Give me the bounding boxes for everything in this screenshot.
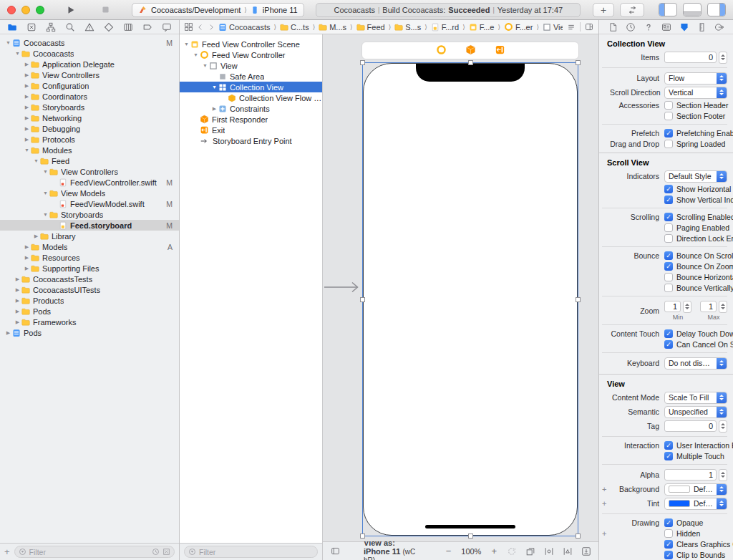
outline-row-collection-view-flow-layout[interactable]: Collection View Flow Layout	[180, 92, 322, 103]
nav-row-debugging[interactable]: ▶Debugging	[0, 123, 179, 134]
outline-row-feed-view-controller-scene[interactable]: ▼Feed View Controller Scene	[180, 39, 322, 49]
inspector-tab-quick-help-inspector[interactable]	[644, 22, 654, 32]
disclosure-triangle[interactable]: ▶	[32, 233, 40, 239]
navigator-tab-symbol-navigator[interactable]	[46, 22, 56, 32]
add-button[interactable]: +	[593, 3, 614, 17]
multiple-touch-checkbox[interactable]: ✓	[664, 452, 673, 460]
nav-row-application-delegate[interactable]: ▶Application Delegate	[0, 59, 179, 69]
outline-row-constraints[interactable]: ▶Constraints	[180, 103, 322, 114]
recent-files-icon[interactable]	[152, 548, 160, 556]
scene-dock-exit[interactable]	[495, 44, 505, 57]
embed-in-stack-icon[interactable]	[525, 546, 535, 556]
show-horizontal-indicator-checkbox[interactable]: ✓	[664, 185, 673, 193]
nav-row-view-controllers[interactable]: ▼View Controllers	[0, 166, 179, 177]
inspector-tab-attributes-inspector[interactable]	[679, 22, 689, 32]
nav-row-supporting-files[interactable]: ▶Supporting Files	[0, 263, 179, 274]
disclosure-triangle[interactable]: ▶	[23, 137, 31, 143]
content-mode-select[interactable]: Scale To Fill	[664, 392, 727, 404]
toggle-navigator-button[interactable]	[659, 3, 677, 16]
close-window-button[interactable]	[7, 6, 16, 14]
max-field[interactable]: 1	[700, 301, 717, 312]
editor-mode-button[interactable]	[620, 3, 644, 17]
nav-row-products[interactable]: ▶Products	[0, 295, 179, 306]
nav-row-resources[interactable]: ▶Resources	[0, 252, 179, 263]
tint-select[interactable]: Default	[664, 498, 727, 510]
direction-lock-enabled-checkbox[interactable]	[664, 234, 673, 243]
disclosure-triangle[interactable]: ▶	[14, 298, 21, 304]
tint-add-attribute-button[interactable]: +	[602, 499, 610, 508]
inspector-tab-connections-inspector[interactable]	[714, 22, 724, 32]
view-controller-device[interactable]	[363, 63, 578, 536]
disclosure-triangle[interactable]: ▼	[42, 190, 49, 195]
disclosure-triangle[interactable]: ▼	[42, 212, 49, 217]
disclosure-triangle[interactable]: ▶	[23, 244, 31, 250]
nav-row-models[interactable]: ▶ModelsA	[0, 241, 179, 252]
hidden-add-attribute-button[interactable]: +	[602, 529, 610, 538]
breadcrumb-item-s-s[interactable]: S...s	[394, 23, 421, 32]
forward-button[interactable]	[208, 23, 215, 32]
outline-row-feed-view-controller[interactable]: ▼Feed View Controller	[180, 49, 322, 60]
disclosure-triangle[interactable]: ▶	[14, 309, 21, 314]
outline-row-exit[interactable]: Exit	[180, 125, 322, 135]
items-field[interactable]: 0	[664, 52, 717, 63]
disclosure-triangle[interactable]: ▼	[210, 85, 218, 90]
nav-row-library[interactable]: ▶Library	[0, 231, 179, 241]
breadcrumb-item-view[interactable]: View	[543, 23, 563, 32]
inspector-tab-identity-inspector[interactable]	[661, 22, 671, 32]
disclosure-triangle[interactable]: ▶	[23, 255, 31, 261]
disclosure-triangle[interactable]: ▶	[14, 287, 21, 293]
resize-handle-bottom[interactable]	[468, 534, 473, 539]
zoom-window-button[interactable]	[36, 6, 44, 14]
inspector-tab-size-inspector[interactable]	[697, 22, 707, 32]
breadcrumb-item-feed[interactable]: Feed	[356, 23, 385, 32]
nav-row-protocols[interactable]: ▶Protocols	[0, 134, 179, 145]
nav-row-networking[interactable]: ▶Networking	[0, 112, 179, 123]
nav-row-pods[interactable]: ▶Pods	[0, 327, 179, 338]
zoom-in-button[interactable]: +	[491, 546, 497, 556]
scrolling-enabled-checkbox[interactable]: ✓	[664, 213, 673, 221]
outline-row-storyboard-entry-point[interactable]: Storyboard Entry Point	[180, 135, 322, 146]
breadcrumb-item-c-ts[interactable]: C...ts	[280, 23, 309, 32]
resize-handle-top-right[interactable]	[576, 60, 581, 65]
outline-row-view[interactable]: ▼View	[180, 60, 322, 71]
indicators-select[interactable]: Default Style	[664, 170, 727, 183]
outline-filter-field[interactable]	[184, 546, 318, 558]
nav-row-cocoacasts[interactable]: ▼Cocoacasts	[0, 48, 179, 59]
bounce-horizontally-checkbox[interactable]	[664, 273, 673, 281]
outline-row-first-responder[interactable]: First Responder	[180, 114, 322, 125]
alpha-stepper[interactable]	[719, 469, 727, 481]
breadcrumb-item-f-rd[interactable]: F...rd	[431, 23, 459, 32]
disclosure-triangle[interactable]: ▶	[23, 94, 31, 100]
disclosure-triangle[interactable]: ▼	[32, 158, 40, 163]
minimize-window-button[interactable]	[21, 6, 30, 14]
filter-menu-icon[interactable]	[188, 548, 196, 556]
back-button[interactable]	[197, 23, 204, 32]
nav-row-coordinators[interactable]: ▶Coordinators	[0, 91, 179, 102]
resize-handle-right[interactable]	[576, 297, 581, 302]
resize-handle-bottom-right[interactable]	[576, 534, 581, 539]
alpha-field[interactable]: 1	[664, 469, 717, 481]
navigator-tab-source-control-navigator[interactable]	[26, 22, 37, 32]
stop-button[interactable]	[96, 3, 115, 17]
disclosure-triangle[interactable]: ▼	[4, 40, 12, 45]
min-field[interactable]: 1	[664, 301, 681, 312]
navigator-tab-issue-navigator[interactable]	[84, 22, 94, 32]
nav-row-feed-storyboard[interactable]: Feed.storyboardM	[0, 220, 179, 231]
outline-row-collection-view[interactable]: ▼Collection View	[180, 82, 322, 92]
bounce-on-scroll-checkbox[interactable]: ✓	[664, 251, 673, 260]
navigator-filter-input[interactable]	[29, 548, 149, 556]
nav-row-cocoacasts[interactable]: ▼CocoacastsM	[0, 37, 179, 48]
layout-select[interactable]: Flow	[664, 72, 727, 85]
prefetching-enabled-checkbox[interactable]: ✓	[664, 129, 673, 137]
disclosure-triangle[interactable]: ▼	[201, 63, 209, 68]
delay-touch-down-checkbox[interactable]: ✓	[664, 329, 673, 338]
align-button-icon[interactable]	[544, 546, 554, 556]
show-vertical-indicator-checkbox[interactable]: ✓	[664, 195, 673, 204]
spring-loaded-checkbox[interactable]	[664, 140, 673, 148]
disclosure-triangle[interactable]: ▶	[23, 62, 31, 67]
disclosure-triangle[interactable]: ▶	[23, 115, 31, 121]
zoom-out-button[interactable]: −	[446, 546, 452, 556]
resize-handle-top-left[interactable]	[360, 60, 365, 65]
view-as-button[interactable]: View as: iPhone 11 (wC hR)	[364, 539, 420, 560]
tag-field[interactable]: 0	[664, 420, 717, 432]
